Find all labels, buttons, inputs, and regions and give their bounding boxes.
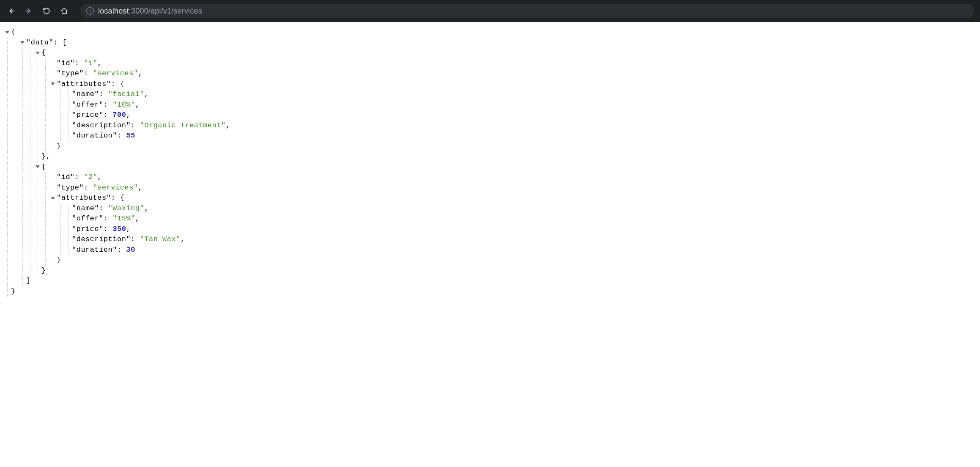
json-bracket: ] xyxy=(26,276,31,286)
json-prop-duration: "duration": 30 xyxy=(72,245,135,255)
address-bar[interactable]: i localhost:3000/api/v1/services xyxy=(80,4,974,18)
home-button[interactable] xyxy=(59,6,69,16)
reload-button[interactable] xyxy=(41,6,52,16)
json-brace: } xyxy=(41,266,46,276)
fold-toggle[interactable] xyxy=(51,197,55,200)
json-key-attributes: "attributes": { xyxy=(57,193,125,203)
browser-toolbar: i localhost:3000/api/v1/services xyxy=(0,0,980,22)
forward-button[interactable] xyxy=(24,6,34,16)
json-prop-description: "description": "Organic Treatment", xyxy=(72,121,230,131)
json-prop-offer: "offer": "10%", xyxy=(72,100,140,110)
json-prop-duration: "duration": 55 xyxy=(72,131,135,141)
json-brace: { xyxy=(41,48,46,58)
json-brace: }, xyxy=(41,151,50,162)
url-text: localhost:3000/api/v1/services xyxy=(98,7,202,16)
fold-toggle[interactable] xyxy=(51,82,55,85)
json-brace: } xyxy=(11,286,16,297)
json-prop-price: "price": 350, xyxy=(72,224,131,235)
url-path: /api/v1/services xyxy=(148,7,202,15)
url-host: localhost xyxy=(98,7,129,15)
json-brace: { xyxy=(11,27,16,38)
json-prop-type: "type": "services", xyxy=(57,183,142,193)
url-port: :3000 xyxy=(129,7,148,15)
fold-toggle[interactable] xyxy=(36,52,40,55)
json-prop-name: "name": "facial", xyxy=(72,89,149,100)
json-prop-id: "id": "1", xyxy=(57,58,102,69)
json-prop-price: "price": 700, xyxy=(72,110,131,121)
site-info-icon[interactable]: i xyxy=(86,7,94,15)
fold-toggle[interactable] xyxy=(36,165,40,168)
json-prop-offer: "offer": "15%", xyxy=(72,214,140,224)
json-prop-description: "description": "Tan Wax", xyxy=(72,234,185,245)
fold-toggle[interactable] xyxy=(5,31,9,34)
json-brace: { xyxy=(41,162,46,173)
json-prop-type: "type": "services", xyxy=(57,69,142,79)
json-key-data: "data": [ xyxy=(26,38,67,48)
json-prop-id: "id": "2", xyxy=(57,172,102,183)
json-key-attributes: "attributes": { xyxy=(57,79,125,90)
back-button[interactable] xyxy=(6,6,16,16)
json-brace: } xyxy=(57,141,61,152)
json-brace: } xyxy=(57,255,61,266)
fold-toggle[interactable] xyxy=(20,41,25,44)
json-prop-name: "name": "Waxing", xyxy=(72,203,149,214)
json-viewer: { "data": [ { "id": "1", "type": "servic… xyxy=(0,22,980,302)
